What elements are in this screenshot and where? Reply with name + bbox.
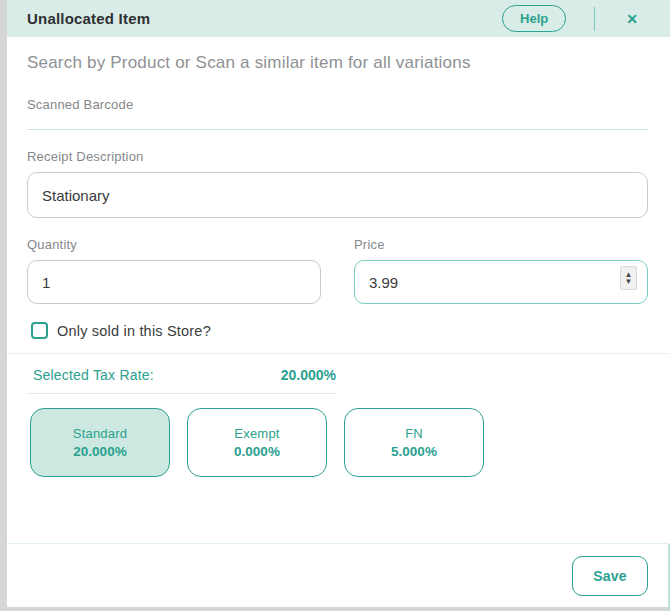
selected-tax-rate-label: Selected Tax Rate: [33, 367, 154, 383]
tax-option-rate: 0.000% [234, 444, 280, 459]
unallocated-item-modal: Unallocated Item Help ✕ Search by Produc… [7, 0, 670, 607]
stepper-down-icon[interactable]: ▼ [625, 278, 633, 285]
tax-option-list: Standard 20.000% Exempt 0.000% FN 5.000% [27, 408, 648, 477]
search-instruction-text: Search by Product or Scan a similar item… [27, 53, 648, 73]
tax-option-rate: 20.000% [73, 444, 126, 459]
close-icon[interactable]: ✕ [622, 8, 642, 30]
tax-option-exempt[interactable]: Exempt 0.000% [187, 408, 327, 477]
store-only-checkbox[interactable] [31, 322, 48, 339]
quantity-price-row: Quantity Price ▲ ▼ [27, 237, 648, 304]
tax-option-fn[interactable]: FN 5.000% [344, 408, 484, 477]
quantity-input[interactable] [27, 260, 321, 304]
quantity-label: Quantity [27, 237, 321, 252]
store-only-row: Only sold in this Store? [27, 322, 648, 339]
selected-tax-rate-row: Selected Tax Rate: 20.000% [27, 367, 336, 394]
tax-section-divider [7, 353, 670, 354]
modal-title: Unallocated Item [27, 10, 150, 27]
modal-header: Unallocated Item Help ✕ [7, 0, 670, 37]
price-stepper[interactable]: ▲ ▼ [620, 266, 637, 290]
receipt-description-input[interactable] [27, 172, 648, 218]
tax-option-standard[interactable]: Standard 20.000% [30, 408, 170, 477]
selected-tax-rate-value: 20.000% [281, 367, 336, 383]
help-button[interactable]: Help [502, 5, 566, 32]
modal-footer: Save [7, 543, 670, 607]
header-actions: Help ✕ [502, 5, 642, 32]
tax-option-rate: 5.000% [391, 444, 437, 459]
save-button[interactable]: Save [572, 556, 648, 596]
receipt-description-label: Receipt Description [27, 149, 648, 164]
tax-option-name: FN [405, 426, 423, 441]
scanned-barcode-label: Scanned Barcode [27, 97, 648, 112]
tax-option-name: Standard [73, 426, 127, 441]
price-input[interactable] [354, 260, 648, 304]
scanned-barcode-input[interactable] [27, 112, 648, 130]
header-divider [594, 7, 595, 31]
store-only-label: Only sold in this Store? [57, 323, 211, 339]
modal-body: Search by Product or Scan a similar item… [7, 37, 670, 543]
tax-option-name: Exempt [234, 426, 279, 441]
price-label: Price [354, 237, 648, 252]
